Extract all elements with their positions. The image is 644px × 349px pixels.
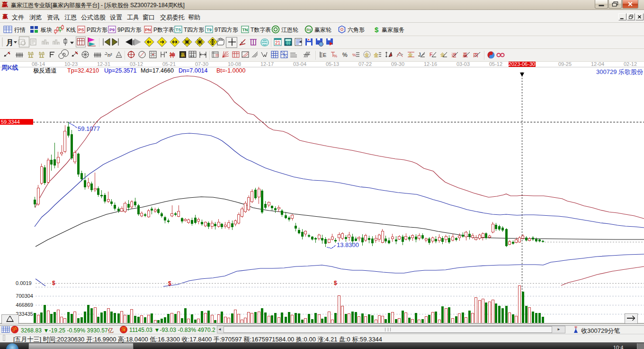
svg-text:PS: PS: [78, 28, 84, 32]
svg-text:%: %: [333, 54, 337, 58]
svg-text:700304: 700304: [16, 293, 33, 299]
svg-text:08-14: 08-14: [32, 62, 45, 67]
svg-text:%: %: [342, 52, 348, 58]
svg-text:进: 进: [451, 52, 456, 58]
svg-text:2023-06-30: 2023-06-30: [509, 62, 535, 67]
svg-text:59.3344: 59.3344: [1, 119, 20, 125]
svg-text:$: $: [52, 280, 55, 286]
svg-text:09-25: 09-25: [558, 62, 572, 67]
svg-text:123: 123: [189, 55, 195, 57]
svg-text:10-23: 10-23: [64, 62, 78, 67]
svg-text:P9: P9: [109, 28, 115, 32]
svg-text:59.1077: 59.1077: [78, 125, 100, 132]
svg-text:赢: 赢: [463, 52, 468, 58]
svg-text:03-12: 03-12: [130, 62, 143, 67]
svg-text:03-03: 03-03: [456, 62, 470, 67]
svg-text:Tp=32.4210: Tp=32.4210: [67, 67, 99, 74]
svg-text:Bt=-1.0000: Bt=-1.0000: [216, 67, 246, 74]
svg-text:Md=17.4660: Md=17.4660: [141, 67, 174, 74]
svg-text:T9: T9: [206, 28, 212, 32]
svg-text:09-30: 09-30: [391, 62, 404, 67]
svg-text:极反通道: 极反通道: [33, 67, 57, 74]
svg-text:21: 21: [275, 40, 281, 46]
svg-text:Big: Big: [306, 28, 311, 32]
svg-text:12-31: 12-31: [97, 62, 110, 67]
svg-text:Up=25.3571: Up=25.3571: [104, 67, 137, 74]
svg-text:金: 金: [364, 52, 369, 57]
svg-text:PN: PN: [145, 28, 151, 32]
svg-text:02-12: 02-12: [624, 62, 637, 67]
svg-text:金: 金: [374, 52, 379, 58]
svg-text:TS: TS: [176, 28, 181, 32]
svg-text:Dn=7.0014: Dn=7.0014: [179, 67, 208, 74]
svg-text:12-04: 12-04: [591, 62, 604, 67]
svg-text:$: $: [168, 280, 171, 287]
svg-text:周K线: 周K线: [1, 64, 18, 71]
svg-text:赢: 赢: [180, 52, 185, 57]
svg-text:0.0019: 0.0019: [16, 280, 32, 286]
svg-text:05-13: 05-13: [326, 62, 339, 67]
svg-text:03-04: 03-04: [293, 62, 306, 67]
svg-text:07-22: 07-22: [358, 62, 372, 67]
svg-text:月: 月: [6, 38, 13, 46]
svg-text:300729 乐歌股份: 300729 乐歌股份: [596, 68, 643, 75]
svg-text:E: E: [323, 52, 326, 58]
svg-text:%: %: [352, 53, 356, 57]
svg-text:TN: TN: [242, 28, 248, 32]
svg-text:J: J: [418, 52, 421, 57]
svg-text:466869: 466869: [16, 302, 33, 308]
svg-text:07-30: 07-30: [195, 62, 208, 67]
svg-text:四: 四: [473, 52, 478, 58]
svg-text:10-08: 10-08: [228, 62, 241, 67]
svg-text:12-17: 12-17: [260, 62, 274, 67]
svg-text:13.8300: 13.8300: [337, 241, 359, 248]
svg-text:神: 神: [169, 52, 175, 58]
svg-text:n²: n²: [107, 52, 112, 58]
svg-text:05-12: 05-12: [489, 62, 502, 67]
svg-text:$: $: [334, 280, 337, 286]
svg-text:金: 金: [408, 52, 413, 57]
svg-text:12-16: 12-16: [424, 62, 437, 67]
svg-text:$: $: [375, 26, 379, 34]
svg-text:05-21: 05-21: [162, 62, 176, 67]
svg-text:金: 金: [440, 52, 445, 57]
